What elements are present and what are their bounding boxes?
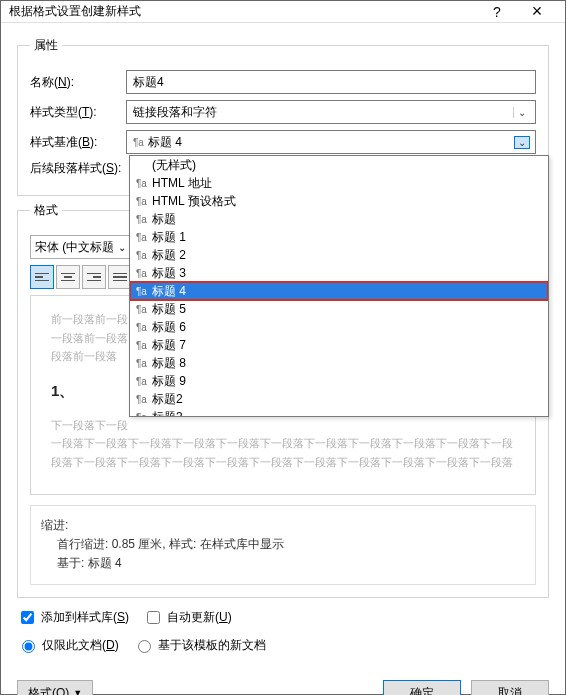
dropdown-item-label: 标题 6: [152, 319, 186, 336]
dropdown-item[interactable]: ¶a标题 9: [130, 372, 548, 390]
dropdown-item-label: 标题 7: [152, 337, 186, 354]
paragraph-icon: ¶a: [136, 214, 152, 225]
dialog-content: 属性 名称(N): 样式类型(T): 链接段落和字符 ⌄ 样式基准(B): ¶a…: [1, 23, 565, 672]
create-style-dialog: 根据格式设置创建新样式 ? × 属性 名称(N): 样式类型(T): 链接段落和…: [0, 0, 566, 695]
dropdown-item[interactable]: ¶a标题 2: [130, 246, 548, 264]
close-button[interactable]: ×: [517, 1, 557, 22]
dropdown-item-label: 标题2: [152, 391, 183, 408]
paragraph-icon: ¶a: [136, 286, 152, 297]
dropdown-item[interactable]: ¶a标题2: [130, 390, 548, 408]
dropdown-item[interactable]: ¶a标题 8: [130, 354, 548, 372]
button-bar: 格式(O)▼ 确定 取消: [1, 672, 565, 695]
dropdown-item[interactable]: ¶aHTML 预设格式: [130, 192, 548, 210]
paragraph-icon: ¶a: [136, 340, 152, 351]
properties-legend: 属性: [30, 37, 62, 54]
paragraph-icon: ¶a: [136, 178, 152, 189]
paragraph-icon: ¶a: [136, 250, 152, 261]
style-description: 缩进: 首行缩进: 0.85 厘米, 样式: 在样式库中显示 基于: 标题 4: [30, 505, 536, 585]
font-family-select[interactable]: 宋体 (中文标题⌄: [30, 235, 142, 259]
titlebar: 根据格式设置创建新样式 ? ×: [1, 1, 565, 23]
auto-update-checkbox[interactable]: 自动更新(U): [143, 608, 232, 627]
format-menu-button[interactable]: 格式(O)▼: [17, 680, 93, 695]
chevron-down-icon: ⌄: [514, 136, 530, 149]
dropdown-item-label: 标题 4: [152, 283, 186, 300]
chevron-down-icon: ⌄: [513, 107, 529, 118]
dropdown-item-label: 标题 1: [152, 229, 186, 246]
paragraph-icon: ¶a: [133, 137, 144, 148]
dropdown-item-label: HTML 预设格式: [152, 193, 236, 210]
dropdown-item-label: (无样式): [152, 157, 196, 174]
options-row: 添加到样式库(S) 自动更新(U): [17, 608, 549, 627]
paragraph-icon: ¶a: [136, 268, 152, 279]
preview-grey-text: 段落下一段落下一段落下一段落下一段落下一段落下一段落下一段落下一段落下一段落下一…: [51, 453, 515, 472]
template-radio[interactable]: 基于该模板的新文档: [133, 637, 266, 654]
dropdown-item-label: 标题: [152, 211, 176, 228]
dropdown-item[interactable]: ¶a标题 7: [130, 336, 548, 354]
paragraph-icon: ¶a: [136, 196, 152, 207]
help-button[interactable]: ?: [477, 4, 517, 20]
dropdown-item[interactable]: ¶a标题 4: [130, 282, 548, 300]
dropdown-item[interactable]: ¶a标题 1: [130, 228, 548, 246]
chevron-down-icon: ⌄: [118, 242, 126, 253]
paragraph-icon: ¶a: [136, 376, 152, 387]
based-on-select[interactable]: ¶a 标题 4 ⌄: [126, 130, 536, 154]
name-input[interactable]: [126, 70, 536, 94]
style-type-label: 样式类型(T):: [30, 104, 126, 121]
paragraph-icon: ¶a: [136, 322, 152, 333]
style-type-select[interactable]: 链接段落和字符 ⌄: [126, 100, 536, 124]
dropdown-item[interactable]: ¶a标题 3: [130, 264, 548, 282]
preview-grey-text: 下一段落下一段: [51, 416, 515, 435]
dropdown-item[interactable]: ¶a标题 6: [130, 318, 548, 336]
dropdown-item-label: 标题 5: [152, 301, 186, 318]
preview-grey-text: 一段落下一段落下一段落下一段落下一段落下一段落下一段落下一段落下一段落下一段落下…: [51, 434, 515, 453]
align-center-button[interactable]: [56, 265, 80, 289]
dropdown-item[interactable]: ¶a标题3: [130, 408, 548, 417]
paragraph-icon: ¶a: [136, 232, 152, 243]
based-on-label: 样式基准(B):: [30, 134, 126, 151]
paragraph-icon: ¶a: [136, 394, 152, 405]
formatting-legend: 格式: [30, 202, 62, 219]
dropdown-item-label: 标题 8: [152, 355, 186, 372]
dropdown-item-label: 标题3: [152, 409, 183, 418]
cancel-button[interactable]: 取消: [471, 680, 549, 695]
this-document-radio[interactable]: 仅限此文档(D): [17, 637, 119, 654]
paragraph-icon: ¶a: [136, 304, 152, 315]
dropdown-item-label: 标题 2: [152, 247, 186, 264]
paragraph-icon: ¶a: [136, 358, 152, 369]
dropdown-item-label: HTML 地址: [152, 175, 212, 192]
scope-row: 仅限此文档(D) 基于该模板的新文档: [17, 637, 549, 654]
name-label: 名称(N):: [30, 74, 126, 91]
paragraph-icon: ¶a: [136, 412, 152, 418]
dropdown-item[interactable]: ¶a(无样式): [130, 156, 548, 174]
ok-button[interactable]: 确定: [383, 680, 461, 695]
dialog-title: 根据格式设置创建新样式: [9, 3, 477, 20]
dropdown-item[interactable]: ¶a标题 5: [130, 300, 548, 318]
dropdown-item-label: 标题 3: [152, 265, 186, 282]
following-style-label: 后续段落样式(S):: [30, 160, 126, 177]
align-left-button[interactable]: [30, 265, 54, 289]
based-on-dropdown[interactable]: ¶a(无样式)¶aHTML 地址¶aHTML 预设格式¶a标题¶a标题 1¶a标…: [129, 155, 549, 417]
dropdown-item-label: 标题 9: [152, 373, 186, 390]
align-right-button[interactable]: [82, 265, 106, 289]
dropdown-item[interactable]: ¶a标题: [130, 210, 548, 228]
dropdown-item[interactable]: ¶aHTML 地址: [130, 174, 548, 192]
add-to-gallery-checkbox[interactable]: 添加到样式库(S): [17, 608, 129, 627]
